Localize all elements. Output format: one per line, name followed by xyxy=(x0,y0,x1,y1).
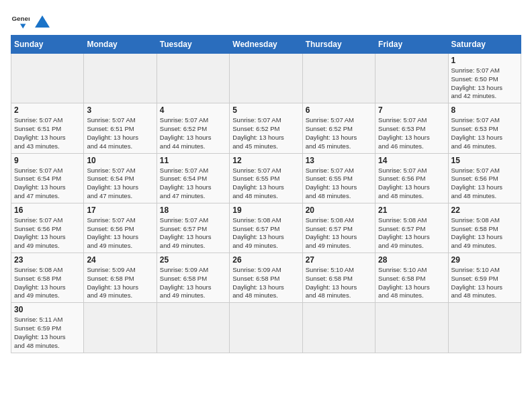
day-number: 28 xyxy=(378,255,445,265)
calendar-week-row: 2Sunrise: 5:07 AM Sunset: 6:51 PM Daylig… xyxy=(11,103,521,153)
day-number: 11 xyxy=(160,156,226,165)
day-number: 27 xyxy=(306,255,372,265)
day-info: Sunrise: 5:09 AM Sunset: 6:58 PM Dayligh… xyxy=(232,266,299,300)
calendar-cell: 8Sunrise: 5:07 AM Sunset: 6:53 PM Daylig… xyxy=(448,103,521,153)
calendar-cell: 14Sunrise: 5:07 AM Sunset: 6:56 PM Dayli… xyxy=(375,153,448,203)
weekday-header: Tuesday xyxy=(157,36,229,54)
day-number: 18 xyxy=(160,205,226,215)
day-number: 19 xyxy=(232,205,299,215)
day-number: 30 xyxy=(14,305,81,314)
weekday-header: Thursday xyxy=(302,36,375,54)
calendar-cell xyxy=(84,54,157,103)
calendar-cell xyxy=(84,303,157,353)
calendar-cell: 3Sunrise: 5:07 AM Sunset: 6:51 PM Daylig… xyxy=(84,103,157,153)
calendar-cell: 29Sunrise: 5:10 AM Sunset: 6:59 PM Dayli… xyxy=(448,253,521,303)
calendar-cell xyxy=(157,303,229,353)
calendar-cell xyxy=(11,54,84,103)
calendar-cell: 2Sunrise: 5:07 AM Sunset: 6:51 PM Daylig… xyxy=(11,103,84,153)
day-number: 22 xyxy=(451,205,518,215)
svg-text:General: General xyxy=(11,15,30,22)
day-number: 7 xyxy=(378,105,445,115)
day-info: Sunrise: 5:07 AM Sunset: 6:54 PM Dayligh… xyxy=(160,167,226,201)
day-number: 6 xyxy=(306,105,372,115)
day-info: Sunrise: 5:07 AM Sunset: 6:53 PM Dayligh… xyxy=(378,116,445,150)
calendar-cell: 20Sunrise: 5:08 AM Sunset: 6:57 PM Dayli… xyxy=(302,203,375,253)
day-number: 1 xyxy=(451,56,518,65)
calendar-cell: 7Sunrise: 5:07 AM Sunset: 6:53 PM Daylig… xyxy=(375,103,448,153)
calendar-cell: 18Sunrise: 5:07 AM Sunset: 6:57 PM Dayli… xyxy=(157,203,229,253)
calendar-cell: 24Sunrise: 5:09 AM Sunset: 6:58 PM Dayli… xyxy=(84,253,157,303)
day-info: Sunrise: 5:07 AM Sunset: 6:52 PM Dayligh… xyxy=(160,116,226,150)
weekday-header: Monday xyxy=(84,36,157,54)
calendar-cell: 28Sunrise: 5:10 AM Sunset: 6:58 PM Dayli… xyxy=(375,253,448,303)
day-info: Sunrise: 5:08 AM Sunset: 6:57 PM Dayligh… xyxy=(378,216,445,250)
day-number: 21 xyxy=(378,205,445,215)
day-info: Sunrise: 5:07 AM Sunset: 6:53 PM Dayligh… xyxy=(451,116,518,150)
day-info: Sunrise: 5:10 AM Sunset: 6:58 PM Dayligh… xyxy=(378,266,445,300)
weekday-header: Saturday xyxy=(448,36,521,54)
calendar-week-row: 9Sunrise: 5:07 AM Sunset: 6:54 PM Daylig… xyxy=(11,153,521,203)
calendar-week-row: 30Sunrise: 5:11 AM Sunset: 6:59 PM Dayli… xyxy=(11,303,521,353)
day-info: Sunrise: 5:07 AM Sunset: 6:57 PM Dayligh… xyxy=(160,216,226,250)
day-info: Sunrise: 5:07 AM Sunset: 6:55 PM Dayligh… xyxy=(306,167,372,201)
calendar-week-row: 16Sunrise: 5:07 AM Sunset: 6:56 PM Dayli… xyxy=(11,203,521,253)
day-info: Sunrise: 5:07 AM Sunset: 6:56 PM Dayligh… xyxy=(378,167,445,201)
calendar-cell: 13Sunrise: 5:07 AM Sunset: 6:55 PM Dayli… xyxy=(302,153,375,203)
calendar-cell: 15Sunrise: 5:07 AM Sunset: 6:56 PM Dayli… xyxy=(448,153,521,203)
calendar-week-row: 23Sunrise: 5:08 AM Sunset: 6:58 PM Dayli… xyxy=(11,253,521,303)
calendar-cell xyxy=(375,303,448,353)
day-info: Sunrise: 5:08 AM Sunset: 6:57 PM Dayligh… xyxy=(232,216,299,250)
day-number: 29 xyxy=(451,255,518,265)
calendar-cell xyxy=(448,303,521,353)
day-info: Sunrise: 5:07 AM Sunset: 6:56 PM Dayligh… xyxy=(14,216,81,250)
calendar-cell: 27Sunrise: 5:10 AM Sunset: 6:58 PM Dayli… xyxy=(302,253,375,303)
calendar-cell: 16Sunrise: 5:07 AM Sunset: 6:56 PM Dayli… xyxy=(11,203,84,253)
calendar-header: SundayMondayTuesdayWednesdayThursdayFrid… xyxy=(11,36,521,54)
day-info: Sunrise: 5:07 AM Sunset: 6:56 PM Dayligh… xyxy=(87,216,153,250)
day-number: 20 xyxy=(306,205,372,215)
day-number: 13 xyxy=(306,156,372,165)
weekday-header: Friday xyxy=(375,36,448,54)
calendar-cell: 19Sunrise: 5:08 AM Sunset: 6:57 PM Dayli… xyxy=(230,203,302,253)
day-number: 4 xyxy=(160,105,226,115)
calendar-cell: 26Sunrise: 5:09 AM Sunset: 6:58 PM Dayli… xyxy=(230,253,302,303)
calendar-cell: 23Sunrise: 5:08 AM Sunset: 6:58 PM Dayli… xyxy=(11,253,84,303)
calendar-cell: 22Sunrise: 5:08 AM Sunset: 6:58 PM Dayli… xyxy=(448,203,521,253)
day-number: 24 xyxy=(87,255,153,265)
logo: General xyxy=(11,11,50,30)
calendar-cell: 10Sunrise: 5:07 AM Sunset: 6:54 PM Dayli… xyxy=(84,153,157,203)
weekday-header: Sunday xyxy=(11,36,84,54)
calendar-cell: 11Sunrise: 5:07 AM Sunset: 6:54 PM Dayli… xyxy=(157,153,229,203)
page-header: General xyxy=(11,11,521,30)
day-number: 26 xyxy=(232,255,299,265)
day-number: 8 xyxy=(451,105,518,115)
day-info: Sunrise: 5:07 AM Sunset: 6:56 PM Dayligh… xyxy=(451,167,518,201)
day-info: Sunrise: 5:09 AM Sunset: 6:58 PM Dayligh… xyxy=(160,266,226,300)
calendar-week-row: 1Sunrise: 5:07 AM Sunset: 6:50 PM Daylig… xyxy=(11,54,521,103)
calendar-cell: 1Sunrise: 5:07 AM Sunset: 6:50 PM Daylig… xyxy=(448,54,521,103)
day-info: Sunrise: 5:07 AM Sunset: 6:50 PM Dayligh… xyxy=(451,66,518,101)
day-number: 12 xyxy=(232,156,299,165)
day-info: Sunrise: 5:08 AM Sunset: 6:57 PM Dayligh… xyxy=(306,216,372,250)
calendar-cell xyxy=(375,54,448,103)
day-number: 9 xyxy=(14,156,81,165)
calendar-table: SundayMondayTuesdayWednesdayThursdayFrid… xyxy=(11,35,521,353)
calendar-cell: 6Sunrise: 5:07 AM Sunset: 6:52 PM Daylig… xyxy=(302,103,375,153)
logo-icon: General xyxy=(11,11,30,30)
calendar-cell xyxy=(230,54,302,103)
day-info: Sunrise: 5:08 AM Sunset: 6:58 PM Dayligh… xyxy=(451,216,518,250)
svg-marker-1 xyxy=(20,24,26,29)
calendar-cell: 9Sunrise: 5:07 AM Sunset: 6:54 PM Daylig… xyxy=(11,153,84,203)
day-info: Sunrise: 5:07 AM Sunset: 6:51 PM Dayligh… xyxy=(14,116,81,150)
day-number: 23 xyxy=(14,255,81,265)
calendar-cell: 4Sunrise: 5:07 AM Sunset: 6:52 PM Daylig… xyxy=(157,103,229,153)
day-number: 15 xyxy=(451,156,518,165)
day-info: Sunrise: 5:07 AM Sunset: 6:52 PM Dayligh… xyxy=(232,116,299,150)
day-info: Sunrise: 5:09 AM Sunset: 6:58 PM Dayligh… xyxy=(87,266,153,300)
calendar-body: 1Sunrise: 5:07 AM Sunset: 6:50 PM Daylig… xyxy=(11,54,521,353)
day-number: 17 xyxy=(87,205,153,215)
day-info: Sunrise: 5:07 AM Sunset: 6:54 PM Dayligh… xyxy=(87,167,153,201)
svg-marker-2 xyxy=(35,15,50,28)
calendar-cell: 17Sunrise: 5:07 AM Sunset: 6:56 PM Dayli… xyxy=(84,203,157,253)
day-info: Sunrise: 5:07 AM Sunset: 6:54 PM Dayligh… xyxy=(14,167,81,201)
